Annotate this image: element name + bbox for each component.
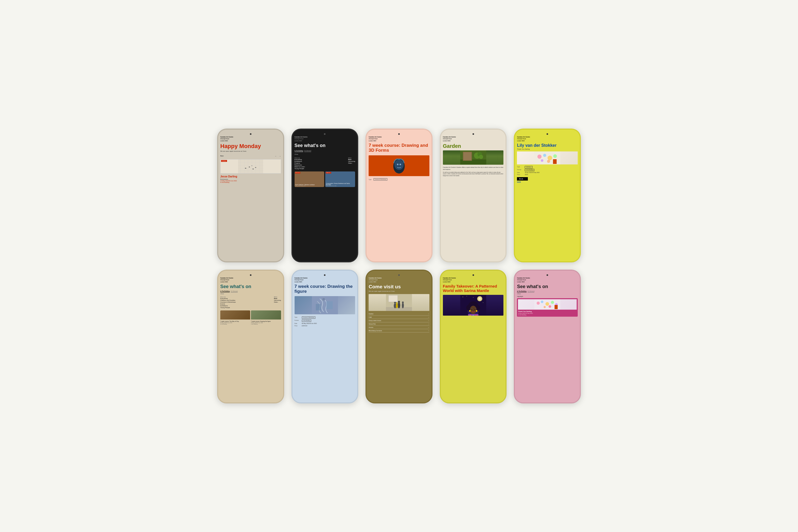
p7-type-row: Type Courses & Workshops: [294, 317, 355, 319]
content-5: Lily van der Stokker Thank You Darling: [515, 142, 580, 182]
p6-card-2[interactable]: 7 week course: Drawing the figure 06 May…: [251, 310, 281, 325]
p8-link-group-text: Group visits & tours: [368, 320, 381, 321]
street-8: Arkwright Road: [368, 279, 430, 281]
city-6: London NW3: [220, 281, 281, 283]
p10-title: See what's on: [517, 284, 578, 289]
p2-when-upcoming[interactable]: Upcoming: [348, 160, 355, 162]
p5-title: Lily van der Stokker: [517, 143, 578, 148]
street-10: Arkwright Road: [517, 279, 578, 281]
city-10: London NW3: [517, 281, 578, 283]
p4-title: Garden: [443, 143, 504, 149]
p8-arrow-cafe: →: [428, 317, 430, 318]
org-name-2: Camden Art Centre: [294, 136, 355, 138]
phone-7-screen: Camden Art Centre Arkwright Road London …: [292, 271, 358, 402]
svg-point-27: [479, 155, 483, 159]
p6-item-courses[interactable]: Courses & Workshops: [220, 301, 236, 303]
p8-link-cafe[interactable]: Café →: [368, 317, 430, 319]
p6-tab-building[interactable]: In The Building: [220, 290, 230, 292]
p2-card-2[interactable]: Watch & L. Conversations: Tamara Henders…: [325, 171, 355, 187]
p10-tab-building[interactable]: In The Building: [517, 290, 526, 292]
p5-type-label: Type: [517, 166, 525, 168]
p7-format-tag: In the Building: [302, 320, 311, 322]
p1-exhibition-image: Exhibition: [220, 159, 281, 173]
p2-item-projects[interactable]: Projects: [294, 163, 305, 164]
org-name-6: Camden Art Centre: [220, 277, 281, 279]
p2-card-1-dates: 04 Aug 2022-04 Aug 2022: [295, 186, 324, 187]
org-name-4: Camden Art Centre: [443, 136, 504, 138]
notch-4: [466, 132, 481, 136]
p6-item-everything[interactable]: Everything: [220, 298, 236, 299]
city-8: London NW3: [368, 281, 430, 283]
p2-card-2-dates: 01 Dec 2020-09 Dec 2020: [326, 186, 355, 187]
p2-filter-row: Show me Everything Exhibitions Projects …: [294, 157, 355, 169]
p8-arrow-group: →: [428, 320, 430, 321]
p2-when-now[interactable]: Now: [348, 159, 355, 160]
p2-card-1[interactable]: Resources Youth Collective: Collective L…: [294, 171, 324, 187]
p2-tab-building[interactable]: In The Building: [294, 150, 303, 152]
notch-1: [243, 132, 259, 136]
p5-book-button[interactable]: Book →: [517, 177, 528, 180]
camera-dot-4: [473, 133, 474, 135]
p8-link-access[interactable]: Access →: [368, 326, 430, 329]
camera-dot-7: [324, 274, 325, 276]
p1-title: Happy Monday: [220, 143, 281, 149]
p6-tab-demand[interactable]: On Demand: [231, 290, 238, 292]
p10-tab-demand[interactable]: On Demand: [528, 290, 535, 292]
org-name-3: Camden Art Centre: [368, 136, 430, 138]
p2-item-everything[interactable]: Everything: [294, 159, 305, 160]
p2-item-young[interactable]: Young People: [294, 168, 305, 169]
street-7: Arkwright Road: [294, 279, 355, 281]
p7-price-label: Price: [294, 325, 302, 326]
arrow-left-1[interactable]: ←: [275, 155, 277, 157]
visitors-svg: [368, 294, 430, 311]
nav-arrows-1: ← →: [275, 155, 281, 157]
org-name-5: Camden Art Centre: [517, 136, 578, 138]
p8-link-cafe-text: Café: [368, 317, 372, 318]
phone-9: Camden Art Centre Arkwright Road London …: [440, 270, 507, 403]
p3-type-row: Type Courses & Workshops: [368, 178, 430, 180]
svg-point-46: [402, 303, 404, 308]
city-1: London NW3: [220, 140, 281, 142]
p8-link-group-visits[interactable]: Group visits & tours →: [368, 320, 430, 322]
p2-item-exhibitions[interactable]: Exhibitions: [294, 160, 305, 162]
svg-point-31: [548, 156, 552, 160]
p5-type-value: Exhibitions: [525, 166, 533, 168]
p6-item-children[interactable]: Children and Families: [220, 300, 236, 301]
phone-6: Camden Art Centre Arkwright Road London …: [217, 270, 284, 403]
svg-point-52: [477, 296, 482, 301]
street-5: Arkwright Road: [517, 138, 578, 140]
p5-book-label: Book: [519, 178, 523, 180]
p2-item-resources[interactable]: Resources: [294, 164, 305, 166]
content-2: See what's on In The Building On Demand …: [292, 142, 358, 187]
p6-item-exhibitions[interactable]: Exhibitions: [220, 305, 236, 306]
p6-when-upcoming[interactable]: Upcoming: [274, 300, 281, 301]
p7-price-value: £158-210: [302, 325, 307, 326]
arrow-right-1[interactable]: →: [279, 155, 281, 157]
lily-illustration: [517, 151, 578, 165]
p5-quotas[interactable]: Quotas: [517, 181, 578, 182]
p8-link-garden[interactable]: Garden →: [368, 313, 430, 316]
svg-point-61: [470, 306, 477, 314]
p5-format-value: In the Building: [525, 169, 534, 171]
p10-offsite: Offsite: [517, 293, 578, 294]
city-9: London NW3: [443, 281, 504, 283]
p6-card-2-loc: In the Building: [251, 323, 281, 325]
phone-3: Camden Art Centre Arkwright Road London …: [365, 129, 433, 262]
p2-tab-demand[interactable]: On Demand: [304, 150, 311, 152]
p7-date-row: Date 06 May 2022/23 Jun 2022: [294, 323, 355, 324]
p2-when-date[interactable]: Date+: [348, 163, 355, 164]
p8-links-section: Garden → Café → Group visits & tours →: [368, 313, 430, 332]
p6-when-date[interactable]: Date+: [274, 301, 281, 303]
p6-when-now[interactable]: Now: [274, 298, 281, 299]
city-5: London NW3: [517, 140, 578, 142]
p6-card-1[interactable]: 7 week course: The Way of Clay 06 May 20…: [220, 310, 250, 325]
p8-link-venue[interactable]: Venue Hire →: [368, 323, 430, 326]
p6-cards: 7 week course: The Way of Clay 06 May 20…: [220, 310, 281, 325]
p8-subtitle: We are open again tomorrow at 11am: [368, 290, 430, 292]
svg-rect-38: [316, 304, 321, 310]
p2-item-watch[interactable]: Watch & Listen: [294, 166, 305, 168]
p8-link-bloomberg[interactable]: Bloomberg Connects →: [368, 330, 430, 332]
p6-item-young[interactable]: Young People: [220, 307, 236, 308]
p10-highlight-card[interactable]: Thank You Darling 29 Apr 2022/18 Sep 202…: [517, 298, 578, 317]
p6-item-events[interactable]: Events: [220, 303, 236, 305]
